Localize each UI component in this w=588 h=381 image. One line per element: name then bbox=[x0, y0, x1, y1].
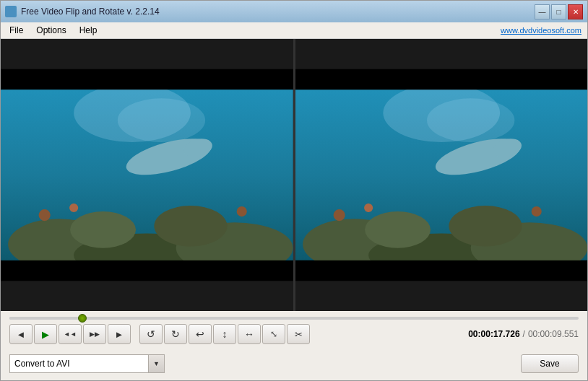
svg-rect-16 bbox=[1, 260, 293, 281]
svg-point-13 bbox=[69, 203, 78, 212]
cut-button[interactable]: ✂ bbox=[287, 324, 310, 344]
svg-point-12 bbox=[39, 209, 51, 221]
video-panel-preview bbox=[295, 39, 588, 311]
time-separator: / bbox=[523, 329, 525, 339]
svg-rect-15 bbox=[1, 69, 293, 89]
menu-help[interactable]: Help bbox=[74, 24, 103, 37]
title-bar: Free Video Flip and Rotate v. 2.2.14 — □… bbox=[1, 1, 587, 22]
flip-vertical-button[interactable]: ↕ bbox=[213, 324, 236, 344]
svg-point-11 bbox=[154, 206, 227, 247]
video-area bbox=[1, 39, 587, 311]
save-button[interactable]: Save bbox=[521, 354, 579, 373]
play-button[interactable]: ▶ bbox=[34, 324, 57, 344]
progress-row bbox=[9, 317, 579, 320]
progress-fill bbox=[9, 317, 83, 320]
original-video bbox=[1, 39, 293, 311]
menu-options[interactable]: Options bbox=[30, 24, 72, 37]
svg-point-29 bbox=[364, 203, 373, 212]
window-title: Free Video Flip and Rotate v. 2.2.14 bbox=[21, 6, 535, 17]
website-link[interactable]: www.dvdvideosoft.com bbox=[501, 26, 581, 35]
menu-file[interactable]: File bbox=[4, 24, 29, 37]
go-end-button[interactable]: ▶▶ bbox=[83, 324, 106, 344]
progress-slider[interactable] bbox=[9, 317, 579, 320]
svg-point-14 bbox=[237, 206, 247, 216]
convert-select-text: Convert to AVI bbox=[10, 359, 148, 369]
svg-point-26 bbox=[365, 211, 431, 248]
rotate-cw-button[interactable]: ↻ bbox=[164, 324, 187, 344]
go-start-button[interactable]: ◄◄ bbox=[59, 324, 82, 344]
menu-bar: File Options Help www.dvdvideosoft.com bbox=[1, 22, 587, 39]
app-icon bbox=[5, 6, 17, 17]
svg-point-20 bbox=[427, 98, 514, 142]
prev-frame-button[interactable]: ◄ bbox=[9, 324, 33, 344]
rotate-180-button[interactable]: ↩ bbox=[189, 324, 212, 344]
svg-point-30 bbox=[531, 206, 541, 216]
minimize-button[interactable]: — bbox=[535, 4, 550, 19]
svg-rect-31 bbox=[295, 69, 588, 89]
video-panel-original bbox=[1, 39, 293, 311]
convert-dropdown-arrow[interactable]: ▼ bbox=[148, 355, 164, 372]
crop-button[interactable]: ⤡ bbox=[262, 324, 285, 344]
time-display: 00:00:17.726 / 00:00:09.551 bbox=[468, 329, 579, 339]
time-current: 00:00:17.726 bbox=[468, 329, 519, 339]
progress-thumb[interactable] bbox=[78, 314, 87, 323]
svg-point-27 bbox=[449, 206, 522, 247]
main-window: Free Video Flip and Rotate v. 2.2.14 — □… bbox=[0, 0, 588, 381]
close-button[interactable]: ✕ bbox=[568, 4, 583, 19]
window-controls: — □ ✕ bbox=[535, 4, 583, 19]
controls-area: ◄ ▶ ◄◄ ▶▶ ► ↺ ↻ ↩ ↕ ↔ ⤡ ✂ 00:00:17.726 /… bbox=[1, 311, 587, 350]
menu-items: File Options Help bbox=[4, 24, 103, 37]
convert-select[interactable]: Convert to AVI ▼ bbox=[9, 354, 165, 373]
buttons-row: ◄ ▶ ◄◄ ▶▶ ► ↺ ↻ ↩ ↕ ↔ ⤡ ✂ 00:00:17.726 /… bbox=[9, 324, 579, 344]
time-total: 00:00:09.551 bbox=[528, 329, 579, 339]
bottom-row: Convert to AVI ▼ Save bbox=[1, 350, 587, 380]
maximize-button[interactable]: □ bbox=[551, 4, 566, 19]
svg-point-4 bbox=[118, 98, 205, 142]
svg-rect-32 bbox=[295, 260, 588, 281]
next-frame-button[interactable]: ► bbox=[108, 324, 131, 344]
rotate-ccw-button[interactable]: ↺ bbox=[139, 324, 163, 344]
preview-video bbox=[295, 39, 588, 311]
svg-point-28 bbox=[333, 209, 345, 221]
flip-horizontal-button[interactable]: ↔ bbox=[238, 324, 261, 344]
svg-point-10 bbox=[70, 211, 136, 248]
